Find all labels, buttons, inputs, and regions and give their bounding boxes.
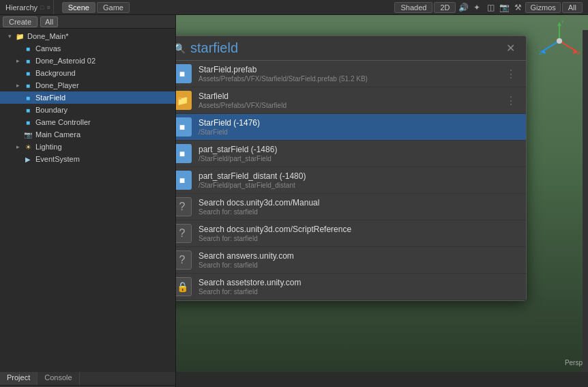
search-result-3[interactable]: ■ part_starField (-1486) /StarField/part…: [176, 141, 526, 167]
hierarchy-item-main-camera[interactable]: ▸ 📷 Main Camera: [0, 128, 175, 141]
game-tab[interactable]: Game: [97, 2, 130, 13]
search-result-8[interactable]: 🔒 Search assetstore.unity.com Search for…: [176, 274, 526, 300]
scene-tab[interactable]: Scene: [62, 2, 95, 13]
hierarchy-item-done-player[interactable]: ▸ ■ Done_Player: [0, 79, 175, 91]
hierarchy-header-section: Hierarchy □ ≡: [3, 0, 54, 14]
project-tab[interactable]: Project: [0, 372, 38, 385]
folder-icon-done-main: 📁: [15, 31, 25, 41]
result-text-6: Search docs.unity3d.com/ScriptReference …: [199, 225, 519, 242]
done-player-label: Done_Player: [35, 81, 79, 89]
asteroid-label: Done_Asteroid 02: [35, 57, 95, 65]
cube-icon-canvas: ■: [23, 44, 33, 53]
result-sub-6: Search for: starfield: [199, 235, 519, 242]
search-result-1[interactable]: 📁 Starfield Assets/Prefabs/VFX/Starfield…: [176, 87, 526, 114]
assets-panel: Assets: [176, 372, 588, 387]
hierarchy-item-asteroid[interactable]: ▸ ■ Done_Asteroid 02: [0, 55, 175, 67]
game-controller-label: Game Controller: [35, 118, 91, 126]
result-text-2: StarField (-1476) /StarField: [199, 118, 519, 136]
canvas-label: Canvas: [35, 44, 61, 53]
result-sub-2: /StarField: [199, 128, 519, 136]
hierarchy-panel-title: Hierarchy: [5, 3, 38, 12]
search-scrollbar[interactable]: [583, 30, 588, 372]
project-panel: Project Console Create ★ Favorites ● war…: [0, 372, 176, 387]
all-filter-button[interactable]: All: [562, 2, 583, 13]
search-input[interactable]: starfield: [190, 40, 502, 56]
svg-line-3: [559, 41, 576, 51]
cube-icon-boundary: ■: [23, 105, 33, 115]
result-menu-0[interactable]: ⋮: [503, 68, 519, 81]
main-layout: Create All ▾ 📁 Done_Main* ▸ ■ Canvas ▸ ■…: [0, 15, 588, 372]
result-icon-2: ■: [176, 117, 192, 137]
2d-button[interactable]: 2D: [434, 2, 456, 13]
hierarchy-all-button[interactable]: All: [40, 16, 58, 27]
result-sub-4: /StarField/part_starField_distant: [199, 182, 519, 189]
search-result-4[interactable]: ■ part_starField_distant (-1480) /StarFi…: [176, 167, 526, 194]
arrow-lighting: ▸: [14, 143, 22, 151]
hierarchy-item-starfield[interactable]: ▸ ■ StarField: [0, 91, 175, 104]
hierarchy-toolbar: Create All: [0, 15, 175, 29]
svg-text:Z: Z: [539, 50, 542, 56]
result-title-3: part_starField (-1486): [199, 145, 519, 154]
search-result-7[interactable]: ? Search answers.unity.com Search for: s…: [176, 247, 526, 274]
result-icon-0: ■: [176, 64, 192, 83]
hierarchy-create-button[interactable]: Create: [3, 16, 38, 27]
hierarchy-item-boundary[interactable]: ▸ ■ Boundary: [0, 104, 175, 116]
console-tab[interactable]: Console: [38, 372, 79, 385]
gizmos-button[interactable]: Gizmos: [525, 2, 560, 13]
hierarchy-item-lighting[interactable]: ▸ ☀ Lighting: [0, 141, 175, 153]
result-title-7: Search answers.unity.com: [199, 251, 519, 261]
cube-icon-starfield: ■: [23, 93, 33, 102]
main-camera-label: Main Camera: [35, 130, 80, 139]
result-sub-0: Assets/Prefabs/VFX/Starfield/StarField.p…: [199, 75, 503, 83]
scene-gizmo[interactable]: Y X Z: [539, 20, 580, 61]
search-result-2[interactable]: ■ StarField (-1476) /StarField: [176, 114, 526, 141]
shaded-dropdown[interactable]: Shaded: [394, 2, 432, 13]
project-console-tabs: Project Console: [0, 372, 175, 386]
cube-icon-game-controller: ■: [23, 117, 33, 127]
result-text-3: part_starField (-1486) /StarField/part_s…: [199, 145, 519, 162]
layers-icon[interactable]: ◫: [484, 1, 497, 14]
search-result-5[interactable]: ? Search docs.unity3d.com/Manual Search …: [176, 194, 526, 220]
effects-icon[interactable]: ✦: [471, 1, 483, 14]
event-icon: ▶: [23, 154, 33, 164]
result-text-7: Search answers.unity.com Search for: sta…: [199, 251, 519, 269]
arrow-done-player: ▸: [14, 81, 22, 89]
svg-text:Y: Y: [561, 20, 565, 25]
light-icon-lighting: ☀: [23, 142, 33, 152]
hierarchy-list: ▾ 📁 Done_Main* ▸ ■ Canvas ▸ ■ Done_Aster…: [0, 29, 175, 372]
hierarchy-item-game-controller[interactable]: ▸ ■ Game Controller: [0, 116, 175, 128]
hierarchy-item-done-main[interactable]: ▾ 📁 Done_Main*: [0, 30, 175, 42]
result-icon-3: ■: [176, 144, 192, 163]
svg-line-6: [542, 41, 559, 51]
background-label: Background: [35, 69, 76, 77]
hierarchy-item-canvas[interactable]: ▸ ■ Canvas: [0, 42, 175, 55]
result-text-0: StarField.prefab Assets/Prefabs/VFX/Star…: [199, 65, 503, 83]
result-title-1: Starfield: [199, 91, 503, 101]
render-icon[interactable]: 📷: [498, 1, 510, 14]
cube-icon-asteroid: ■: [23, 56, 33, 66]
result-sub-8: Search for: starfield: [199, 288, 519, 296]
result-title-4: part_starField_distant (-1480): [199, 171, 519, 181]
search-close-button[interactable]: ✕: [502, 40, 519, 56]
result-sub-7: Search for: starfield: [199, 261, 519, 269]
scene-viewport[interactable]: Y X Z Persp 🔍 sta: [176, 15, 588, 372]
result-icon-4: ■: [176, 171, 192, 190]
tools-icon[interactable]: ⚒: [512, 1, 524, 14]
search-header: 🔍 starfield ✕: [176, 36, 526, 61]
search-icon: 🔍: [176, 42, 186, 55]
hierarchy-item-event-system[interactable]: ▸ ▶ EventSystem: [0, 153, 175, 165]
result-title-8: Search assetstore.unity.com: [199, 278, 519, 287]
search-result-0[interactable]: ■ StarField.prefab Assets/Prefabs/VFX/St…: [176, 61, 526, 87]
hierarchy-item-background[interactable]: ▸ ■ Background: [0, 67, 175, 79]
result-title-2: StarField (-1476): [199, 118, 519, 128]
arrow-done-main: ▾: [5, 32, 14, 40]
boundary-label: Boundary: [35, 106, 68, 114]
result-menu-1[interactable]: ⋮: [503, 94, 519, 107]
result-text-5: Search docs.unity3d.com/Manual Search fo…: [199, 198, 519, 216]
audio-icon[interactable]: 🔊: [457, 1, 469, 14]
search-result-6[interactable]: ? Search docs.unity3d.com/ScriptReferenc…: [176, 220, 526, 247]
result-icon-7: ?: [176, 250, 192, 270]
result-text-8: Search assetstore.unity.com Search for: …: [199, 278, 519, 296]
hierarchy-panel: Create All ▾ 📁 Done_Main* ▸ ■ Canvas ▸ ■…: [0, 15, 176, 372]
top-bar: Hierarchy □ ≡ Scene Game Shaded 2D 🔊 ✦ ◫…: [0, 0, 588, 15]
